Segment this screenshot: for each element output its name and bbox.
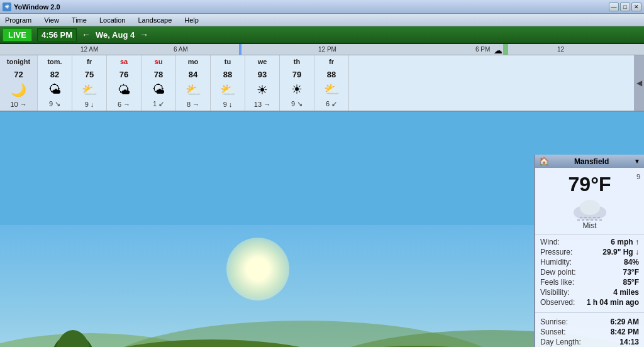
sunset-label: Sunset:: [540, 328, 566, 336]
forecast-scroll-left[interactable]: ◀: [634, 55, 644, 111]
forecast-temp-we: 93: [258, 70, 267, 79]
section-divider: [535, 312, 644, 313]
forecast-name-sa: sa: [120, 58, 128, 65]
date-display: We, Aug 4: [96, 30, 135, 40]
forecast-name-tom: tom.: [47, 58, 62, 65]
close-button[interactable]: ✕: [631, 3, 641, 11]
extra-temp: 9: [636, 173, 640, 180]
sunrise-label: Sunrise:: [540, 317, 568, 326]
dewpoint-row: Dew point: 73°F: [540, 267, 639, 277]
forecast-icon-fr1: ⛅: [82, 84, 97, 96]
timeline-12end: 12: [557, 46, 564, 53]
pressure-row: Pressure: 29.9" Hg ↓: [540, 247, 639, 257]
observed-value: 1 h 04 min ago: [587, 298, 639, 307]
weather-icon-section: Mist: [535, 199, 644, 234]
forecast-day-tonight[interactable]: tonight 72 🌙 10 →: [0, 55, 38, 111]
temp-row: 79°F 9: [535, 168, 644, 199]
daylength-row: Day Length: 14:13: [540, 337, 639, 347]
forecast-day-we[interactable]: we 93 ☀ 13 →: [245, 55, 280, 111]
forecast-name-fr2: fr: [329, 58, 334, 65]
forecast-icon-tonight: 🌙: [11, 84, 26, 96]
menu-help[interactable]: Help: [182, 15, 201, 25]
daylength-label: Day Length:: [540, 338, 581, 346]
nav-right-arrow[interactable]: →: [140, 30, 148, 40]
observed-label: Observed:: [540, 298, 575, 307]
forecast-day-sa[interactable]: sa 76 🌤 6 →: [107, 55, 142, 111]
menu-view[interactable]: View: [42, 15, 62, 25]
forecast-wind-we: 13 →: [254, 101, 270, 108]
forecast-day-tu[interactable]: tu 88 ⛅ 9 ↓: [211, 55, 245, 111]
pressure-label: Pressure:: [540, 248, 572, 256]
menu-location[interactable]: Location: [97, 15, 128, 25]
sunset-value: 8:42 PM: [611, 328, 639, 336]
forecast-strip: tonight 72 🌙 10 → tom. 82 🌤 9 ↘ fr 75 ⛅ …: [0, 55, 644, 112]
timeline-cloud-icon: ☁: [494, 45, 502, 55]
sunset-row: Sunset: 8:42 PM: [540, 327, 639, 337]
forecast-name-su: su: [155, 58, 163, 65]
forecast-icon-su: 🌤: [152, 83, 165, 96]
timeline-12pm: 12 PM: [318, 46, 336, 53]
weather-condition-text: Mist: [583, 221, 597, 230]
forecast-name-tonight: tonight: [7, 58, 30, 65]
weather-details-section: Wind: 6 mph ↑ Pressure: 29.9" Hg ↓ Humid…: [535, 234, 644, 310]
mist-cloud-icon: [571, 199, 609, 221]
tree-left: [44, 311, 101, 347]
menu-program[interactable]: Program: [3, 15, 34, 25]
forecast-wind-fr1: 9 ↓: [85, 101, 94, 108]
menu-landscape[interactable]: Landscape: [135, 15, 174, 25]
live-badge: LIVE: [3, 28, 32, 41]
wind-label: Wind:: [540, 238, 560, 246]
pressure-trend-icon: ↓: [635, 248, 639, 256]
forecast-icon-fr2: ⛅: [324, 83, 340, 96]
forecast-day-fr1[interactable]: fr 75 ⛅ 9 ↓: [72, 55, 107, 111]
maximize-button[interactable]: □: [620, 3, 630, 11]
nav-left-arrow[interactable]: ←: [82, 30, 91, 40]
window-controls: — □ ✕: [609, 3, 641, 11]
forecast-name-we: we: [258, 58, 267, 65]
forecast-day-mo[interactable]: mo 84 ⛅ 8 →: [176, 55, 211, 111]
humidity-label: Humidity:: [540, 258, 572, 267]
visibility-value: 4 miles: [613, 288, 639, 297]
forecast-name-th: th: [294, 58, 300, 65]
daylength-value: 14:13: [619, 338, 639, 346]
app-icon: ☀: [3, 3, 11, 11]
main-temperature: 79°F: [569, 168, 611, 199]
humidity-value: 84%: [624, 258, 639, 267]
forecast-temp-th: 79: [292, 70, 301, 79]
timeline-bar[interactable]: 12 AM 6 AM 12 PM 6 PM 12 ☁: [0, 44, 644, 55]
home-icon: 🏠: [539, 157, 549, 166]
menu-time[interactable]: Time: [69, 15, 89, 25]
timeline-indicator: [239, 44, 242, 55]
forecast-day-su[interactable]: su 78 🌤 1 ↙: [142, 55, 176, 111]
timeline-bar-indicator: [503, 44, 508, 55]
dewpoint-value: 73°F: [623, 268, 639, 277]
toolbar: LIVE 4:56 PM ← We, Aug 4 →: [0, 26, 644, 44]
timeline-12am: 12 AM: [80, 46, 98, 53]
forecast-wind-tonight: 10 →: [10, 101, 26, 108]
feelslike-row: Feels like: 85°F: [540, 277, 639, 287]
forecast-day-th[interactable]: th 79 ☀ 9 ↘: [280, 55, 314, 111]
svg-point-53: [580, 200, 600, 215]
forecast-wind-tu: 9 ↓: [223, 101, 233, 108]
forecast-wind-tom: 9 ↘: [49, 100, 60, 108]
forecast-wind-fr2: 6 ↙: [326, 100, 337, 108]
time-display: 4:56 PM: [37, 28, 77, 41]
forecast-name-mo: mo: [188, 58, 199, 65]
forecast-temp-sa: 76: [119, 70, 128, 79]
location-dropdown[interactable]: ▼: [634, 158, 640, 165]
timeline-6pm: 6 PM: [475, 46, 490, 53]
forecast-icon-sa: 🌤: [118, 84, 130, 96]
forecast-name-tu: tu: [225, 58, 231, 65]
sunrise-value: 6:29 AM: [610, 317, 639, 326]
minimize-button[interactable]: —: [609, 3, 619, 11]
wind-row: Wind: 6 mph ↑: [540, 237, 639, 247]
dewpoint-label: Dew point:: [540, 268, 576, 277]
forecast-wind-th: 9 ↘: [291, 100, 303, 108]
forecast-day-tom[interactable]: tom. 82 🌤 9 ↘: [38, 55, 72, 111]
forecast-icon-tom: 🌤: [48, 83, 61, 96]
forecast-temp-tonight: 72: [14, 70, 23, 79]
weather-panel: 🏠 Mansfield ▼ 79°F 9 Mist Wind: 6 mph ↑: [534, 155, 644, 347]
forecast-day-fr2[interactable]: fr 88 ⛅ 6 ↙: [314, 55, 349, 111]
forecast-temp-mo: 84: [189, 70, 197, 79]
sun-section: Sunrise: 6:29 AM Sunset: 8:42 PM Day Len…: [535, 316, 644, 347]
